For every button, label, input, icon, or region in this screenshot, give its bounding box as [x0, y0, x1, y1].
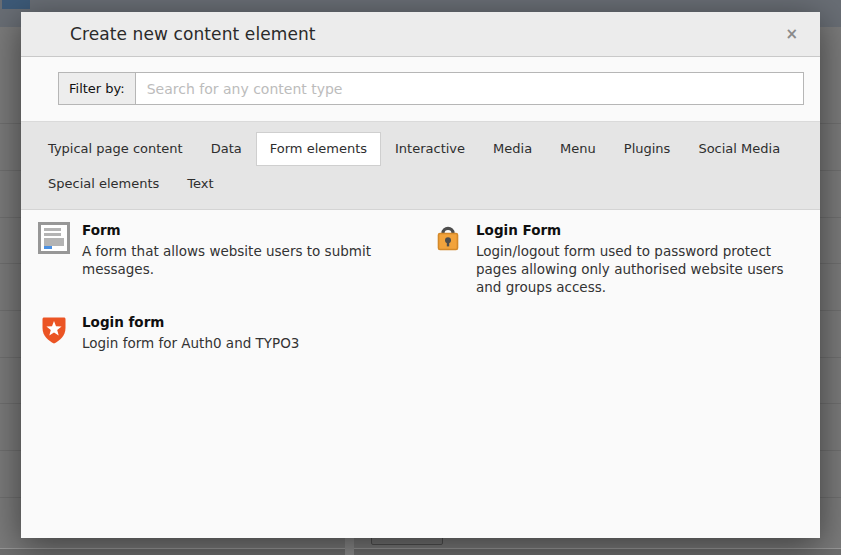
background-column-strip — [345, 538, 354, 555]
background-doc-tab — [2, 0, 30, 9]
tab-special-elements[interactable]: Special elements — [34, 167, 173, 201]
element-description: A form that allows website users to subm… — [82, 242, 410, 278]
tab-media[interactable]: Media — [479, 132, 546, 166]
tab-typical-page-content[interactable]: Typical page content — [34, 132, 197, 166]
close-icon[interactable]: × — [785, 27, 798, 42]
tab-interactive[interactable]: Interactive — [381, 132, 479, 166]
background-bottom-band — [0, 549, 841, 555]
tab-text[interactable]: Text — [173, 167, 227, 201]
tab-data[interactable]: Data — [197, 132, 256, 166]
create-content-element-modal: Create new content element × Filter by: … — [21, 12, 820, 538]
filter-group: Filter by: — [58, 72, 804, 105]
element-title: Login form — [82, 314, 299, 332]
tab-plugins[interactable]: Plugins — [610, 132, 685, 166]
auth0-shield-icon — [38, 314, 70, 346]
form-icon — [38, 222, 70, 254]
element-item-login-form-auth0[interactable]: Login form Login form for Auth0 and TYPO… — [38, 314, 410, 352]
element-description: Login/logout form used to password prote… — [476, 242, 804, 297]
element-list: Form A form that allows website users to… — [21, 210, 820, 538]
content-type-tabbar: Typical page content Data Form elements … — [21, 121, 820, 210]
modal-title: Create new content element — [70, 24, 316, 44]
element-title: Login Form — [476, 222, 804, 240]
search-input[interactable] — [135, 72, 804, 105]
element-item-form[interactable]: Form A form that allows website users to… — [38, 222, 410, 296]
tab-social-media[interactable]: Social Media — [684, 132, 794, 166]
tab-form-elements[interactable]: Form elements — [256, 132, 381, 166]
element-item-login-form[interactable]: Login Form Login/logout form used to pas… — [432, 222, 804, 296]
element-description: Login form for Auth0 and TYPO3 — [82, 334, 299, 352]
element-title: Form — [82, 222, 410, 240]
lock-icon — [432, 222, 464, 254]
filter-by-label: Filter by: — [58, 72, 135, 105]
modal-header: Create new content element × — [21, 12, 820, 57]
tab-menu[interactable]: Menu — [546, 132, 610, 166]
